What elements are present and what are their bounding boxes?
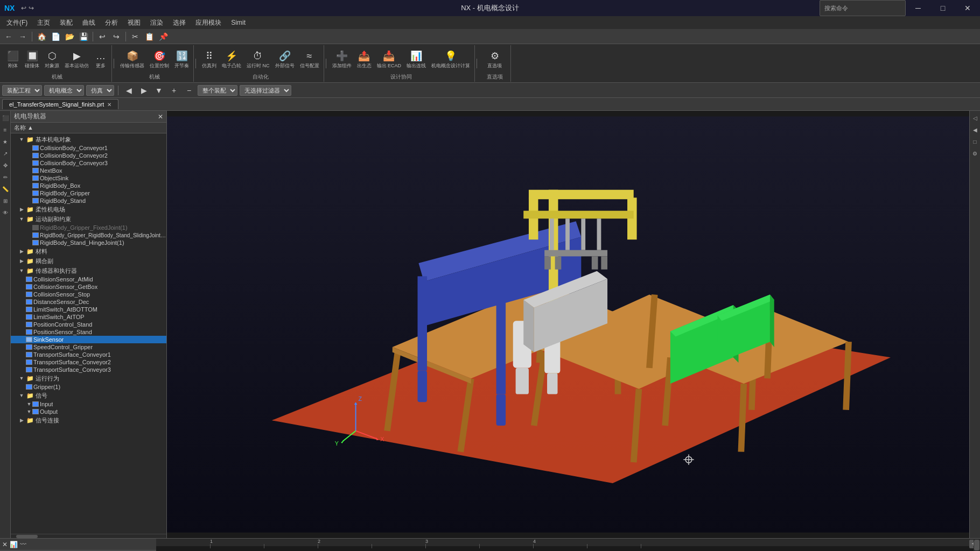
tree-item-rigidbody-gripper[interactable]: RigidBody_Gripper: [11, 189, 166, 197]
ribbon-sim-array[interactable]: ⠿ 仿真列: [200, 50, 219, 70]
tree-item-output[interactable]: ▼ Output: [11, 408, 166, 415]
ribbon-position-control[interactable]: 🎯 位置控制: [148, 50, 171, 70]
tree-item-signals[interactable]: ▼ 📁 信号: [11, 391, 166, 400]
tree-item-hinge-joint[interactable]: RigidBody_Stand_HingeJoint(1): [11, 239, 166, 246]
timeline-scrollbar[interactable]: [974, 539, 980, 551]
ribbon-extract[interactable]: 📤 出生态: [355, 50, 374, 70]
tree-item-sink-sensor[interactable]: SinkSensor: [11, 336, 166, 343]
seq-close-btn[interactable]: ✕: [2, 541, 8, 548]
assembly-dropdown[interactable]: 整个装配: [198, 85, 237, 96]
tree-item-limit-top[interactable]: LimitSwitch_AtTOP: [11, 313, 166, 321]
sub-btn-3[interactable]: ▼: [152, 84, 165, 96]
tree-item-position-ctrl[interactable]: PositionControl_Stand: [11, 321, 166, 328]
tree-item-transport3[interactable]: TransportSurface_Conveyor3: [11, 366, 166, 373]
search-box[interactable]: 搜索命令: [820, 0, 906, 16]
ribbon-encoder[interactable]: 🔢 开节奏: [172, 50, 191, 70]
ribbon-add-component[interactable]: ➕ 添加组件: [330, 50, 354, 70]
tree-item-basic[interactable]: ▼ 📁 基本机电对象: [11, 135, 166, 144]
tree-item-collision3[interactable]: CollisionBody_Conveyor3: [11, 159, 166, 167]
module-dropdown[interactable]: 装配工程: [2, 85, 42, 96]
left-icon-move[interactable]: ✥: [1, 160, 10, 170]
maximize-button[interactable]: □: [930, 0, 955, 16]
tree-item-sliding-joint[interactable]: RigidBody_Gripper_RigidBody_Stand_Slidin…: [11, 231, 166, 239]
ribbon-more[interactable]: … 更多: [92, 50, 109, 70]
left-icon-home[interactable]: ⬛: [1, 113, 10, 123]
left-icon-pencil[interactable]: ✏: [1, 172, 10, 182]
timeline-scroll-thumb[interactable]: [974, 540, 979, 550]
tree-item-collision2[interactable]: CollisionBody_Conveyor2: [11, 152, 166, 159]
tree-item-flexible[interactable]: ▶ 📁 柔性机电场: [11, 204, 166, 214]
filter-dropdown[interactable]: 无选择过滤器: [240, 85, 291, 96]
tree-item-position-sensor[interactable]: PositionSensor_Stand: [11, 328, 166, 336]
left-icon-list[interactable]: ≡: [1, 125, 10, 135]
menu-render[interactable]: 渲染: [146, 17, 167, 29]
tree-item-limit-bottom[interactable]: LimitSwitch_AtBOTTOM: [11, 306, 166, 313]
sub-btn-1[interactable]: ◀: [122, 84, 135, 96]
horizontal-scrollbar[interactable]: [11, 534, 166, 538]
tree-item-collision-atm[interactable]: CollisionSensor_AtMid: [11, 276, 166, 283]
menu-appmodule[interactable]: 应用模块: [191, 17, 226, 29]
timeline-area[interactable]: 1 2 3 4 +: [156, 539, 980, 551]
tb-open[interactable]: 📂: [63, 31, 76, 43]
tree-item-collision-stop[interactable]: CollisionSensor_Stop: [11, 291, 166, 298]
ribbon-settings[interactable]: ⚙ 直选项: [485, 50, 504, 70]
tree-item-objectsink[interactable]: ObjectSink: [11, 174, 166, 182]
sim-dropdown[interactable]: 仿真: [86, 85, 114, 96]
tree-item-transport2[interactable]: TransportSurface_Conveyor2: [11, 358, 166, 366]
viewport-3d[interactable]: Z X Y: [167, 111, 969, 538]
tree-item-signal-conn[interactable]: ▶ 📁 信号连接: [11, 415, 166, 425]
ribbon-runtime[interactable]: ⏱ 运行时 NC: [244, 50, 272, 70]
tb-cut[interactable]: ✂: [129, 31, 142, 43]
right-icon-3[interactable]: □: [970, 137, 980, 146]
right-icon-4[interactable]: ⚙: [970, 149, 980, 158]
seq-chart-icon[interactable]: 📊: [10, 541, 18, 548]
tree-item-sensors[interactable]: ▼ 📁 传感器和执行器: [11, 266, 166, 276]
sub-btn-2[interactable]: ▶: [137, 84, 150, 96]
module2-dropdown[interactable]: 机电概念: [44, 85, 84, 96]
tb-home[interactable]: 🏠: [35, 31, 48, 43]
menu-select[interactable]: 选择: [169, 17, 190, 29]
tree-item-nextbox[interactable]: NextBox: [11, 167, 166, 174]
sub-btn-4[interactable]: +: [167, 84, 180, 96]
tree-item-fixedjoint[interactable]: RigidBody_Gripper_FixedJoint(1): [11, 224, 166, 231]
ribbon-signal-match[interactable]: ≈ 信号配置: [298, 50, 321, 70]
ribbon-transport-surface[interactable]: 📦 传输传感器: [118, 50, 146, 70]
right-icon-1[interactable]: ◁: [970, 113, 980, 123]
sidebar-collapse-btn[interactable]: ✕: [158, 113, 163, 121]
tb-back[interactable]: ←: [2, 31, 15, 43]
tree-item-transport1[interactable]: TransportSurface_Conveyor1: [11, 351, 166, 358]
ribbon-electronic[interactable]: ⚡ 电子凸轮: [220, 50, 243, 70]
tb-save[interactable]: 💾: [77, 31, 90, 43]
left-icon-measure[interactable]: 📏: [1, 184, 10, 194]
ribbon-export-line[interactable]: 📊 输出连线: [404, 50, 428, 70]
ribbon-object-source[interactable]: ⬡ 对象源: [43, 50, 61, 70]
tree-item-input[interactable]: ▼ Input: [11, 400, 166, 408]
minimize-button[interactable]: ─: [906, 0, 930, 16]
tree-item-materials[interactable]: ▶ 📁 材料: [11, 246, 166, 256]
file-tab-close[interactable]: ✕: [107, 102, 111, 108]
ribbon-concept-design[interactable]: 💡 机电概念设计计算: [429, 50, 472, 70]
scrollbar-thumb-h[interactable]: [16, 535, 38, 538]
tb-undo[interactable]: ↩: [96, 31, 109, 43]
sub-btn-5[interactable]: −: [183, 84, 195, 96]
tb-copy[interactable]: 📋: [143, 31, 156, 43]
tree-item-coupling[interactable]: ▶ 📁 耦合副: [11, 256, 166, 266]
tree-item-speed-ctrl[interactable]: SpeedControl_Gripper: [11, 343, 166, 351]
menu-file[interactable]: 文件(F): [2, 17, 32, 29]
tb-redo[interactable]: ↪: [110, 31, 123, 43]
menu-home[interactable]: 主页: [33, 17, 54, 29]
tb-forward[interactable]: →: [16, 31, 29, 43]
menu-analysis[interactable]: 分析: [101, 17, 122, 29]
menu-simit[interactable]: Simit: [227, 18, 250, 27]
tree-area[interactable]: ▼ 📁 基本机电对象 CollisionBody_Conveyor1 Colli…: [11, 133, 166, 534]
tree-item-distance-sensor[interactable]: DistanceSensor_Dec: [11, 298, 166, 306]
file-tab-main[interactable]: el_TransferSystem_Signal_finish.prt ✕: [2, 99, 118, 109]
left-icon-eye[interactable]: 👁: [1, 208, 10, 217]
ribbon-basic-motion[interactable]: ▶ 基本运动仿: [62, 50, 91, 70]
tb-new[interactable]: 📄: [49, 31, 62, 43]
left-icon-star[interactable]: ★: [1, 137, 10, 146]
menu-assembly[interactable]: 装配: [55, 17, 77, 29]
tb-paste[interactable]: 📌: [157, 31, 170, 43]
tree-item-gripper[interactable]: Gripper(1): [11, 383, 166, 391]
ribbon-external-signal[interactable]: 🔗 外部信号: [273, 50, 297, 70]
